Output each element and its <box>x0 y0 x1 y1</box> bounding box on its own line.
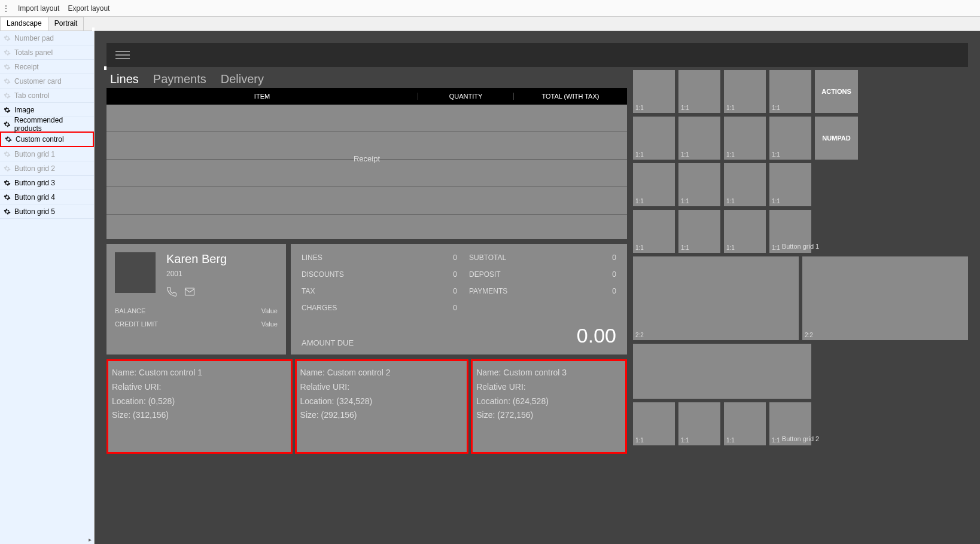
cc-name: Name: Custom control 1 <box>112 366 287 380</box>
sidebar-item[interactable]: Custom control <box>0 132 94 147</box>
cc-size: Size: (272,156) <box>476 408 622 423</box>
grid-cell[interactable]: 1:1 <box>678 163 720 206</box>
totals-payments-label: PAYMENTS <box>457 287 556 295</box>
receipt-tab-delivery[interactable]: Delivery <box>221 72 264 86</box>
grid-cell[interactable]: 1:1 <box>724 117 766 160</box>
hamburger-icon[interactable] <box>115 51 130 59</box>
sidebar-item[interactable]: Button grid 4 <box>0 190 94 204</box>
gear-icon <box>4 35 11 42</box>
sidebar-collapse-icon[interactable]: ▸ <box>87 535 93 544</box>
receipt-grid-header: ITEM QUANTITY TOTAL (WITH TAX) <box>106 88 627 105</box>
grid-cell[interactable]: 1:1 <box>633 117 675 160</box>
sidebar-item-label: Totals panel <box>14 48 53 57</box>
phone-icon[interactable] <box>166 286 177 297</box>
sidebar-item-label: Number pad <box>14 34 54 42</box>
gear-icon <box>5 136 12 143</box>
col-quantity: QUANTITY <box>418 93 513 100</box>
customer-card-panel[interactable]: Karen Berg 2001 BALANCEValue CREDIT LIMI… <box>106 244 286 354</box>
gear-icon <box>4 49 11 56</box>
import-layout-button[interactable]: Import layout <box>18 4 59 13</box>
totals-tax-value: 0 <box>385 287 457 295</box>
cc-name: Name: Custom control 3 <box>476 366 622 380</box>
sidebar-item-label: Receipt <box>14 63 39 71</box>
tab-landscape[interactable]: Landscape <box>0 17 48 30</box>
numpad-button[interactable]: NUMPAD <box>815 117 858 160</box>
orientation-tabs: Landscape Portrait <box>0 17 980 31</box>
grid-cell[interactable]: 1:1 <box>724 163 766 206</box>
totals-discounts-label: DISCOUNTS <box>302 270 385 279</box>
grid-cell[interactable]: 1:1 <box>678 70 720 113</box>
gear-icon <box>4 179 11 187</box>
button-grid-2x2[interactable]: 2:2 2:2 <box>633 256 968 340</box>
grid-cell[interactable]: 1:1 <box>769 70 811 113</box>
mail-icon[interactable] <box>184 286 196 297</box>
button-grid-top[interactable]: 1:1 1:1 1:1 1:1 1:1 1:1 1:1 1:1 <box>633 70 811 160</box>
custom-control-panel[interactable]: Name: Custom control 3Relative URI:Locat… <box>471 359 627 454</box>
button-grid-2-label: Button grid 2 <box>633 435 968 442</box>
custom-control-panel[interactable]: Name: Custom control 1Relative URI:Locat… <box>106 359 293 454</box>
sidebar-item-label: Custom control <box>16 135 64 143</box>
totals-payments-value: 0 <box>556 287 616 295</box>
button-grid-full[interactable] <box>633 344 968 399</box>
totals-lines-value: 0 <box>385 253 457 262</box>
totals-deposit-label: DEPOSIT <box>457 270 556 279</box>
resize-handle[interactable] <box>104 66 105 70</box>
receipt-panel[interactable]: Lines Payments Delivery ITEM QUANTITY TO… <box>106 70 627 239</box>
actions-button[interactable]: ACTIONS <box>815 70 858 113</box>
gear-icon <box>4 92 11 99</box>
sidebar-item-label: Image <box>14 106 34 114</box>
grid-cell[interactable]: 1:1 <box>633 163 675 206</box>
button-grid-2-panel[interactable]: 1:1 1:1 1:1 1:1 Button grid 2 <box>633 402 968 445</box>
gear-icon <box>4 165 11 172</box>
sidebar-item[interactable]: Button grid 5 <box>0 204 94 219</box>
gear-icon <box>4 194 11 201</box>
grid-cell[interactable]: 1:1 <box>633 70 675 113</box>
totals-discounts-value: 0 <box>385 270 457 279</box>
receipt-body-label: Receipt <box>106 154 627 163</box>
gear-icon <box>4 106 11 114</box>
sidebar-item-label: Button grid 3 <box>14 179 55 187</box>
cc-size: Size: (292,156) <box>300 408 464 423</box>
balance-value: Value <box>261 307 278 314</box>
receipt-tab-lines[interactable]: Lines <box>110 72 139 86</box>
receipt-body[interactable]: Receipt <box>106 105 627 239</box>
grid-cell[interactable]: 1:1 <box>678 117 720 160</box>
sidebar-item[interactable]: Button grid 3 <box>0 176 94 190</box>
cc-location: Location: (324,528) <box>300 395 464 409</box>
grid-cell[interactable]: 1:1 <box>769 163 811 206</box>
sidebar-item: Button grid 2 <box>0 161 94 176</box>
button-grid-1-panel[interactable]: 1:1 1:1 1:1 1:1 1:1 1:1 1:1 1:1 Button g… <box>633 163 968 253</box>
receipt-tab-payments[interactable]: Payments <box>153 72 206 86</box>
custom-control-panel[interactable]: Name: Custom control 2Relative URI:Locat… <box>295 359 469 454</box>
sidebar-item-label: Button grid 1 <box>14 150 55 158</box>
layout-canvas[interactable]: Lines Payments Delivery ITEM QUANTITY TO… <box>95 31 980 544</box>
toolbar-grip-icon: ⋮ <box>2 4 10 13</box>
tab-portrait[interactable]: Portrait <box>48 17 84 30</box>
cc-location: Location: (624,528) <box>476 395 622 409</box>
amount-due-label: AMOUNT DUE <box>302 338 354 347</box>
resize-handle[interactable] <box>92 27 93 31</box>
grid-cell[interactable]: 1:1 <box>724 70 766 113</box>
totals-deposit-value: 0 <box>556 270 616 279</box>
export-layout-button[interactable]: Export layout <box>68 4 109 13</box>
sidebar-item: Number pad <box>0 31 94 45</box>
sidebar-item-label: Button grid 4 <box>14 193 55 201</box>
amount-due-value: 0.00 <box>577 324 616 347</box>
grid-cell[interactable]: 2:2 <box>633 256 799 340</box>
sidebar-item-label: Tab control <box>14 91 50 100</box>
grid-cell[interactable] <box>633 344 811 399</box>
avatar <box>115 252 156 293</box>
totals-subtotal-value: 0 <box>556 253 616 262</box>
col-total: TOTAL (WITH TAX) <box>513 93 627 100</box>
totals-charges-label: CHARGES <box>302 304 385 312</box>
grid-cell[interactable]: 2:2 <box>802 256 968 340</box>
sidebar-item-label: Button grid 5 <box>14 207 55 216</box>
sidebar-item[interactable]: Image <box>0 103 94 117</box>
sidebar-item: Customer card <box>0 74 94 88</box>
sidebar-item[interactable]: Recommended products <box>0 117 94 132</box>
totals-charges-value: 0 <box>385 304 457 312</box>
gear-icon <box>4 63 11 71</box>
totals-panel[interactable]: LINES 0 SUBTOTAL 0 DISCOUNTS 0 DEPOSIT 0 <box>291 244 627 354</box>
cc-size: Size: (312,156) <box>112 408 287 423</box>
grid-cell[interactable]: 1:1 <box>769 117 811 160</box>
